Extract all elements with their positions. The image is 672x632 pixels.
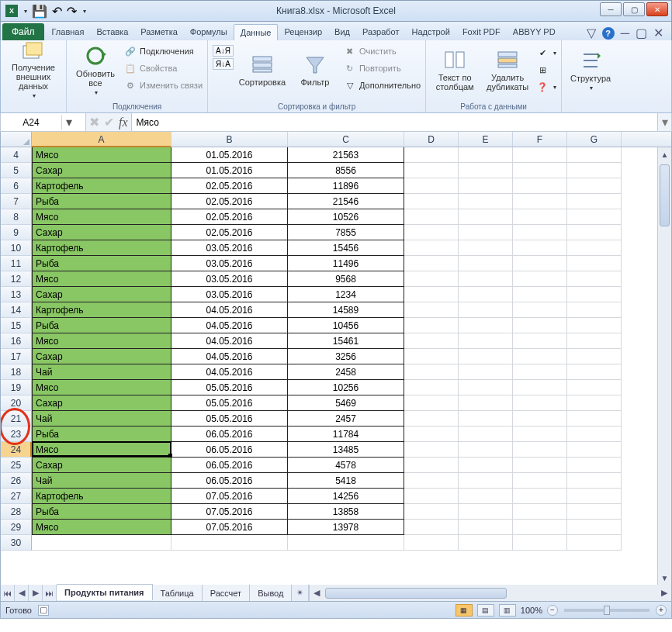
cell[interactable]: 03.05.2016 <box>171 256 288 271</box>
cell[interactable]: 11496 <box>288 256 404 271</box>
view-pagelayout-button[interactable]: ▤ <box>477 604 494 616</box>
cell[interactable] <box>459 225 513 240</box>
cell[interactable] <box>404 458 459 473</box>
cell[interactable] <box>404 489 459 504</box>
cell[interactable]: 01.05.2016 <box>171 163 288 178</box>
cell[interactable]: 07.05.2016 <box>171 489 288 504</box>
cell[interactable] <box>404 473 459 489</box>
macro-record-icon[interactable]: ▢ <box>38 605 49 616</box>
cell[interactable]: Сахар <box>32 287 171 302</box>
formula-expand-icon[interactable]: ▾ <box>657 113 671 131</box>
cell[interactable] <box>513 442 567 458</box>
cell[interactable] <box>459 318 513 333</box>
tab-foxit pdf[interactable]: Foxit PDF <box>456 24 507 40</box>
cell[interactable] <box>171 535 288 551</box>
cell[interactable] <box>513 209 567 225</box>
cell[interactable] <box>459 287 513 302</box>
row-header[interactable]: 24 <box>1 442 32 458</box>
whatif-button[interactable]: ❓▾ <box>536 79 556 95</box>
cell[interactable] <box>404 318 459 333</box>
cell[interactable] <box>567 380 622 395</box>
cell[interactable]: Чай <box>32 473 171 489</box>
cell[interactable] <box>404 194 459 209</box>
cell[interactable]: Сахар <box>32 395 171 411</box>
row-header[interactable]: 23 <box>1 427 32 442</box>
cell[interactable] <box>459 504 513 520</box>
cell[interactable] <box>459 411 513 427</box>
undo-icon[interactable]: ↶ <box>52 4 62 19</box>
zoom-level[interactable]: 100% <box>521 606 542 615</box>
sheet-nav-first[interactable]: ⏮ <box>1 585 15 601</box>
cell[interactable] <box>459 520 513 535</box>
sheet-nav-last[interactable]: ⏭ <box>43 585 57 601</box>
col-header-A[interactable]: A <box>32 132 171 147</box>
zoom-slider[interactable] <box>564 609 649 612</box>
cell[interactable] <box>513 147 567 163</box>
cell[interactable] <box>513 395 567 411</box>
cell[interactable] <box>567 473 622 489</box>
cell[interactable] <box>513 504 567 520</box>
sort-asc-button[interactable]: А↓Я <box>213 45 234 57</box>
cell[interactable]: 07.05.2016 <box>171 504 288 520</box>
tab-формулы[interactable]: Формулы <box>184 24 234 40</box>
row-header[interactable]: 21 <box>1 411 32 427</box>
cell[interactable]: Чай <box>32 411 171 427</box>
cell[interactable] <box>513 535 567 551</box>
text-to-columns-button[interactable]: Текст по столбцам <box>431 42 479 96</box>
cell[interactable] <box>459 395 513 411</box>
cell[interactable] <box>567 489 622 504</box>
maximize-button[interactable]: ▢ <box>623 2 645 16</box>
cell[interactable]: Рыба <box>32 318 171 333</box>
cell[interactable]: 3256 <box>288 349 404 364</box>
cell[interactable] <box>459 427 513 442</box>
cell[interactable] <box>404 333 459 349</box>
col-header-E[interactable]: E <box>459 132 513 147</box>
cell[interactable] <box>513 458 567 473</box>
cell[interactable]: 02.05.2016 <box>171 225 288 240</box>
row-header[interactable]: 18 <box>1 364 32 380</box>
sheet-tab[interactable]: Вывод <box>250 585 292 601</box>
row-header[interactable]: 30 <box>1 535 32 551</box>
cell[interactable]: Картофель <box>32 302 171 318</box>
hscroll-thumb[interactable] <box>325 588 507 599</box>
cell[interactable] <box>459 240 513 256</box>
cell[interactable]: Сахар <box>32 225 171 240</box>
cell[interactable]: 04.05.2016 <box>171 364 288 380</box>
cell[interactable] <box>404 411 459 427</box>
filter-button[interactable]: Фильтр <box>291 42 339 96</box>
cell[interactable]: 8556 <box>288 163 404 178</box>
cell[interactable] <box>513 240 567 256</box>
cell[interactable] <box>513 271 567 287</box>
tab-вставка[interactable]: Вставка <box>90 24 134 40</box>
cell[interactable] <box>404 349 459 364</box>
cell[interactable]: 14256 <box>288 489 404 504</box>
cell[interactable] <box>404 163 459 178</box>
row-header[interactable]: 20 <box>1 395 32 411</box>
edit-links-button[interactable]: ⚙Изменить связи <box>124 78 203 93</box>
cell[interactable]: 5469 <box>288 395 404 411</box>
cell[interactable] <box>459 380 513 395</box>
cell[interactable] <box>567 411 622 427</box>
sheet-tab[interactable]: Рассчет <box>203 585 251 601</box>
tab-рецензир[interactable]: Рецензир <box>278 24 328 40</box>
cell[interactable] <box>459 163 513 178</box>
qat-dropdown-icon[interactable]: ▾ <box>24 8 27 15</box>
cell[interactable] <box>567 333 622 349</box>
cell[interactable] <box>513 473 567 489</box>
cell[interactable]: 15456 <box>288 240 404 256</box>
row-header[interactable]: 6 <box>1 178 32 194</box>
cell[interactable]: 5418 <box>288 473 404 489</box>
cell[interactable] <box>404 427 459 442</box>
row-header[interactable]: 10 <box>1 240 32 256</box>
workbook-restore-icon[interactable]: ▢ <box>636 26 647 40</box>
cell[interactable]: 06.05.2016 <box>171 442 288 458</box>
cell[interactable] <box>567 520 622 535</box>
sheet-nav-prev[interactable]: ◀ <box>15 585 29 601</box>
sheet-tab[interactable]: Таблица <box>153 585 203 601</box>
row-header[interactable]: 13 <box>1 287 32 302</box>
cell[interactable] <box>404 178 459 194</box>
cell[interactable] <box>459 535 513 551</box>
vertical-scrollbar[interactable]: ▲ ▼ <box>657 147 671 585</box>
cell[interactable]: 2457 <box>288 411 404 427</box>
cell[interactable]: 05.05.2016 <box>171 380 288 395</box>
